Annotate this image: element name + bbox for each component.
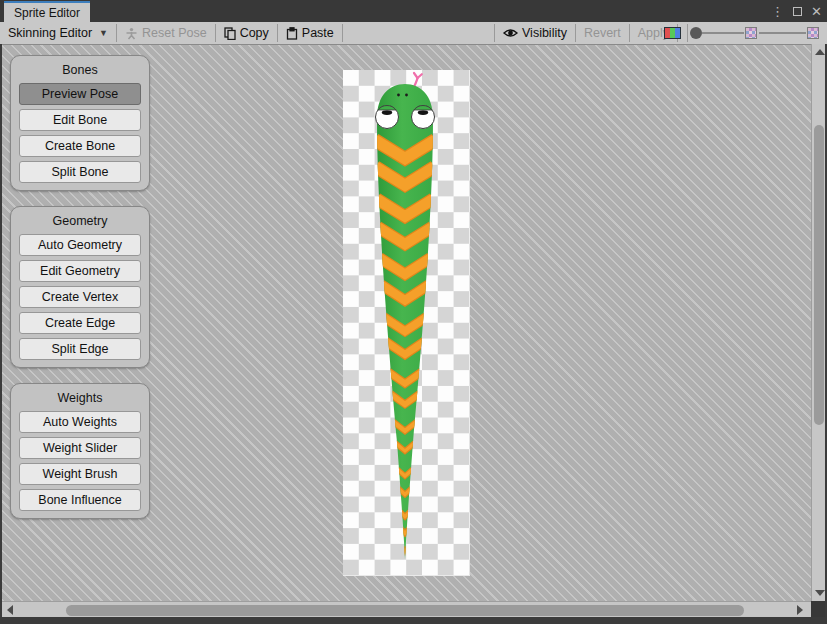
- toolbar-separator: [342, 24, 343, 42]
- button-create-edge[interactable]: Create Edge: [19, 312, 141, 334]
- panel-title-weights: Weights: [19, 387, 141, 411]
- button-edit-geometry[interactable]: Edit Geometry: [19, 260, 141, 282]
- sprite-opacity-texture-icon[interactable]: [745, 27, 757, 39]
- paste-label: Paste: [302, 26, 334, 40]
- sprite-editor-window: Sprite Editor ⋮ ✕ Skinning Editor ▼ Rese…: [0, 0, 827, 624]
- button-split-edge[interactable]: Split Edge: [19, 338, 141, 360]
- panel-bones: BonesPreview PoseEdit BoneCreate BoneSpl…: [10, 55, 150, 191]
- scroll-up-arrow[interactable]: [815, 49, 825, 55]
- chevron-down-icon: ▼: [99, 28, 108, 38]
- opacity-slider-knob[interactable]: [690, 27, 702, 39]
- vertical-scrollbar[interactable]: [811, 44, 826, 601]
- snake-sprite: [343, 70, 470, 576]
- button-bone-influence[interactable]: Bone Influence: [19, 489, 141, 511]
- panel-weights: WeightsAuto WeightsWeight SliderWeight B…: [10, 383, 150, 519]
- kebab-menu-icon[interactable]: ⋮: [771, 5, 784, 18]
- window-bottom-border: [0, 617, 827, 624]
- copy-button[interactable]: Copy: [216, 22, 277, 44]
- button-auto-geometry[interactable]: Auto Geometry: [19, 234, 141, 256]
- window-left-border: [0, 44, 2, 624]
- tab-sprite-editor[interactable]: Sprite Editor: [4, 1, 90, 22]
- button-preview-pose[interactable]: Preview Pose: [19, 83, 141, 105]
- toolbar-left-group: Skinning Editor ▼ Reset Pose Copy: [0, 22, 343, 44]
- visibility-label: Visibility: [522, 26, 567, 40]
- revert-label: Revert: [584, 26, 621, 40]
- swatch-blue-stripe: [675, 28, 680, 38]
- scroll-left-arrow[interactable]: [7, 605, 13, 615]
- button-auto-weights[interactable]: Auto Weights: [19, 411, 141, 433]
- mesh-opacity-slider-track[interactable]: [759, 32, 806, 34]
- snake-eye-left: [376, 106, 399, 129]
- eye-icon: [503, 27, 518, 39]
- toolbar-right-group: Visibility Revert Apply: [494, 22, 678, 44]
- snake-eye-right: [412, 106, 435, 129]
- skinning-viewport[interactable]: BonesPreview PoseEdit BoneCreate BoneSpl…: [2, 45, 811, 601]
- vertical-scrollbar-thumb[interactable]: [814, 125, 824, 425]
- reset-pose-label: Reset Pose: [142, 26, 207, 40]
- titlebar: Sprite Editor ⋮ ✕: [0, 0, 827, 22]
- toolbar: Skinning Editor ▼ Reset Pose Copy: [0, 22, 827, 45]
- snake-nostril-left: [397, 94, 400, 97]
- scroll-right-arrow[interactable]: [797, 605, 803, 615]
- maximize-icon[interactable]: [793, 7, 802, 16]
- copy-label: Copy: [240, 26, 269, 40]
- paste-button[interactable]: Paste: [278, 22, 342, 44]
- panel-title-geometry: Geometry: [19, 210, 141, 234]
- sprite-color-swatch-button[interactable]: [664, 27, 681, 39]
- button-split-bone[interactable]: Split Bone: [19, 161, 141, 183]
- visibility-button[interactable]: Visibility: [495, 22, 575, 44]
- button-create-vertex[interactable]: Create Vertex: [19, 286, 141, 308]
- panel-geometry: GeometryAuto GeometryEdit GeometryCreate…: [10, 206, 150, 368]
- window-controls: ⋮ ✕: [771, 0, 822, 22]
- scroll-down-arrow[interactable]: [815, 590, 825, 596]
- paste-icon: [286, 27, 298, 40]
- button-weight-brush[interactable]: Weight Brush: [19, 463, 141, 485]
- sprite-canvas[interactable]: [343, 70, 470, 576]
- tool-panels: BonesPreview PoseEdit BoneCreate BoneSpl…: [10, 55, 150, 534]
- reset-pose-button[interactable]: Reset Pose: [117, 22, 215, 44]
- revert-button[interactable]: Revert: [576, 22, 629, 44]
- horizontal-scrollbar[interactable]: [2, 601, 811, 617]
- skinning-editor-label: Skinning Editor: [8, 26, 92, 40]
- snake-nostril-right: [405, 94, 408, 97]
- close-icon[interactable]: ✕: [811, 5, 822, 18]
- toolbar-separator: [687, 24, 688, 42]
- button-create-bone[interactable]: Create Bone: [19, 135, 141, 157]
- button-edit-bone[interactable]: Edit Bone: [19, 109, 141, 131]
- reset-pose-icon: [125, 27, 138, 40]
- opacity-slider-track[interactable]: [702, 32, 744, 34]
- mesh-opacity-texture-icon[interactable]: [807, 27, 819, 39]
- horizontal-scrollbar-thumb[interactable]: [66, 605, 744, 616]
- tab-title: Sprite Editor: [14, 6, 80, 20]
- skinning-editor-dropdown[interactable]: Skinning Editor ▼: [0, 22, 116, 44]
- copy-icon: [224, 27, 236, 40]
- panel-title-bones: Bones: [19, 59, 141, 83]
- button-weight-slider[interactable]: Weight Slider: [19, 437, 141, 459]
